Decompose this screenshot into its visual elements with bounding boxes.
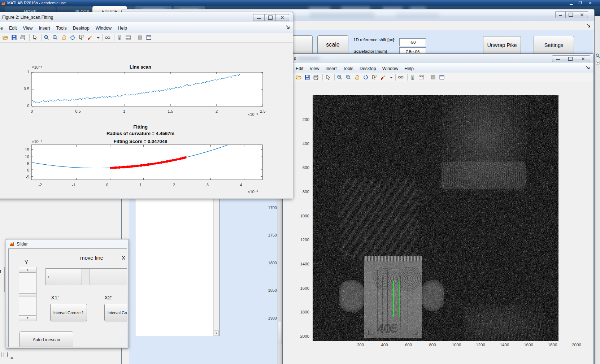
- maximize-icon[interactable]: [564, 55, 576, 62]
- minimize-icon[interactable]: ▁: [567, 1, 575, 5]
- slider-thumb[interactable]: [278, 321, 282, 344]
- figd-menu-edit[interactable]: Edit: [296, 66, 304, 71]
- figd-menu-view[interactable]: View: [310, 66, 319, 71]
- y-slider[interactable]: ▲ ▼: [19, 267, 36, 321]
- zoom-in-icon[interactable]: [337, 74, 343, 81]
- speckle-image[interactable]: 405: [313, 95, 558, 341]
- colorbar-icon[interactable]: [410, 74, 416, 81]
- unwrap-pike-button[interactable]: Unwrap Pike: [483, 36, 521, 54]
- figd-menu-tools[interactable]: Tools: [343, 66, 353, 71]
- zoom-in-icon[interactable]: [44, 35, 50, 41]
- slider-up-button[interactable]: ▲: [19, 267, 36, 273]
- slider-track-right[interactable]: [90, 269, 127, 285]
- print-icon[interactable]: [313, 74, 319, 81]
- fig2-menu-help[interactable]: Help: [118, 26, 127, 31]
- slider-down-button[interactable]: ▼: [19, 315, 36, 321]
- search-icon[interactable]: [596, 53, 600, 58]
- gui-window-controls[interactable]: ✕: [555, 11, 588, 18]
- figd-titlebar[interactable]: d ✕: [283, 54, 594, 64]
- scroll-down-button[interactable]: ▼: [214, 330, 219, 336]
- brush-icon[interactable]: [380, 74, 386, 81]
- maximize-icon[interactable]: [265, 14, 276, 21]
- figd-menu-help[interactable]: Help: [404, 66, 414, 71]
- auto-linescan-button[interactable]: Auto Linescan: [19, 332, 73, 347]
- dock-arrow-icon[interactable]: [587, 24, 591, 28]
- fig2-menu-window[interactable]: Window: [96, 26, 112, 31]
- print-icon[interactable]: [20, 35, 26, 41]
- colorbar-icon[interactable]: [117, 35, 123, 41]
- close-icon[interactable]: ✕: [576, 11, 588, 18]
- listbox-scrollbar[interactable]: ▲ ▼: [213, 184, 219, 336]
- open-icon[interactable]: [296, 74, 302, 81]
- fig2-menu-view[interactable]: View: [23, 26, 33, 31]
- matlab-window-controls[interactable]: ▁ ❐ ✕: [567, 1, 596, 5]
- gui-titlebar-blur: [396, 13, 439, 18]
- fig2-menu-tools[interactable]: Tools: [56, 26, 67, 31]
- slider-thumb[interactable]: [51, 269, 82, 285]
- listbox[interactable]: ▲ ▼: [135, 184, 219, 336]
- slider-content: Y ▲ ▼ move line X ◄ X1: Interval Grenze …: [8, 248, 127, 347]
- datacursor-icon[interactable]: [78, 35, 84, 41]
- brush-icon[interactable]: [87, 35, 93, 41]
- window-icon[interactable]: [439, 74, 445, 81]
- settings-button[interactable]: Settings: [534, 36, 574, 54]
- close-icon[interactable]: ✕: [576, 55, 590, 62]
- slider-left-button[interactable]: ◄: [46, 269, 51, 285]
- link-icon[interactable]: [398, 74, 404, 81]
- dock-figure-icon[interactable]: [137, 35, 143, 41]
- dock-arrow-icon[interactable]: [586, 66, 590, 70]
- fig2-menu-edit[interactable]: Edit: [9, 26, 17, 31]
- figd-menu-window[interactable]: Window: [382, 66, 398, 71]
- figd-menu-insert[interactable]: Insert: [325, 66, 336, 71]
- save-icon[interactable]: [304, 74, 310, 81]
- fig2-titlebar[interactable]: Figure 2: Line_scan,Fitting ✕: [0, 12, 293, 22]
- zoom-out-icon[interactable]: [345, 74, 352, 81]
- maximize-icon[interactable]: ❐: [575, 1, 585, 5]
- matlab-logo-icon: [1, 1, 5, 5]
- minimize-icon[interactable]: [552, 55, 564, 62]
- zoom-out-icon[interactable]: [52, 35, 58, 41]
- fig2-menu-desktop[interactable]: Desktop: [73, 26, 90, 31]
- dock-figure-icon[interactable]: [430, 74, 436, 81]
- minimize-icon[interactable]: [555, 11, 566, 18]
- slider-thumb[interactable]: [19, 293, 36, 297]
- toolbar-separator: [322, 74, 323, 81]
- dropdown-caret-icon[interactable]: [96, 35, 99, 41]
- plot1-y-tick: 0: [18, 104, 29, 108]
- save-icon[interactable]: [11, 35, 17, 41]
- minimize-icon[interactable]: [253, 14, 265, 21]
- pan-icon[interactable]: [61, 35, 67, 41]
- x-slider[interactable]: ◄: [45, 268, 127, 285]
- grip-icon[interactable]: [1, 352, 13, 359]
- figd-menu-desktop[interactable]: Desktop: [360, 66, 376, 71]
- window-icon[interactable]: [146, 35, 152, 41]
- pointer-icon[interactable]: [325, 74, 331, 81]
- interval-grenze-1-button[interactable]: Interval Grenze 1: [50, 304, 87, 321]
- datacursor-icon[interactable]: [371, 74, 378, 81]
- gui-axis-tick: 1750: [262, 233, 277, 237]
- rotate-icon[interactable]: [363, 74, 369, 81]
- plot2-subtitle1: Radius of curvature = 4.4567m: [86, 131, 195, 136]
- interval-grenze-2-button[interactable]: Interval Grenze 2: [104, 304, 127, 321]
- ref-shift-input[interactable]: -50: [399, 38, 426, 46]
- pointer-icon[interactable]: [32, 35, 38, 41]
- dock-arrow-icon[interactable]: [286, 25, 290, 29]
- open-icon[interactable]: [3, 35, 9, 41]
- legend-icon[interactable]: [418, 74, 425, 81]
- close-icon[interactable]: ✕: [585, 1, 596, 5]
- fig2-menu-insert[interactable]: Insert: [39, 26, 50, 31]
- bottom-window-edge: [0, 350, 238, 350]
- link-icon[interactable]: [105, 35, 111, 41]
- legend-icon[interactable]: [125, 35, 131, 41]
- slider-titlebar[interactable]: Slider: [6, 239, 129, 248]
- pan-icon[interactable]: [354, 74, 360, 81]
- dropdown-caret-icon[interactable]: [389, 74, 392, 81]
- figd-window-controls[interactable]: ✕: [552, 55, 590, 62]
- dropdown-circle-icon[interactable]: [596, 61, 600, 65]
- maximize-icon[interactable]: [566, 11, 576, 18]
- close-icon[interactable]: ✕: [276, 14, 289, 21]
- fig2-window-controls[interactable]: ✕: [253, 14, 289, 21]
- fig2-menu-e[interactable]: e: [0, 26, 3, 31]
- rotate-icon[interactable]: [70, 35, 76, 41]
- scale-button[interactable]: scale: [317, 35, 348, 54]
